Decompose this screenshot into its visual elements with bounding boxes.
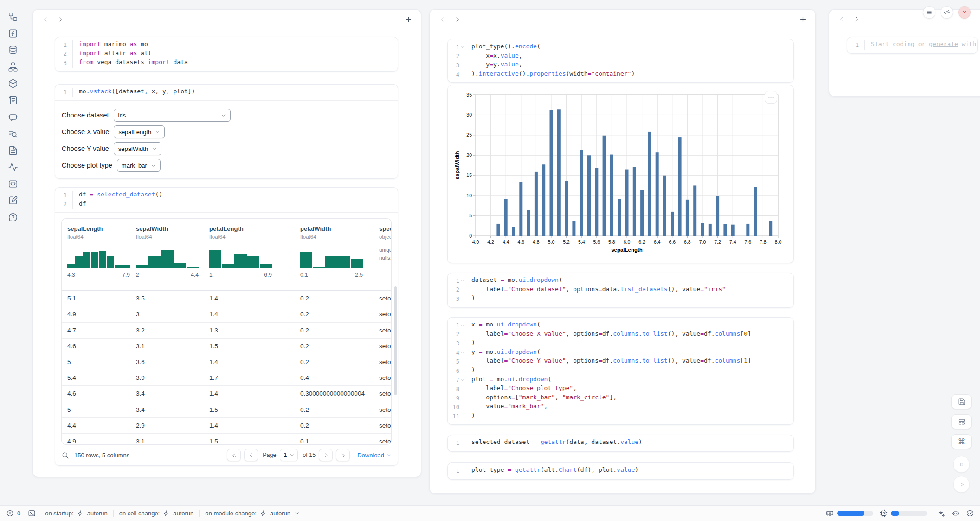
stop-kernel-button[interactable]: [953, 456, 970, 473]
code-line[interactable]: label="Choose dataset", options=data.lis…: [471, 286, 793, 295]
code-cell-vstack[interactable]: 1mo.vstack([dataset, x, y, plot]) Choose…: [55, 84, 398, 179]
add-cell-button[interactable]: [798, 14, 808, 24]
sidebar-snippets-button[interactable]: [6, 177, 20, 190]
settings-button[interactable]: [941, 6, 953, 19]
code-line[interactable]: ).interactive().properties(width="contai…: [471, 70, 793, 79]
code-cell-xy-plot-dropdowns[interactable]: 1234567891011x = mo.ui.dropdown( label="…: [447, 317, 794, 425]
table-row: 4.63.11.50.2setosa: [62, 339, 391, 354]
fold-chevron-icon[interactable]: [459, 351, 465, 355]
code-line[interactable]: label="Choose plot type",: [471, 384, 793, 394]
code-line[interactable]: x = mo.ui.dropdown(: [471, 321, 793, 330]
sidebar-functions-button[interactable]: [6, 27, 20, 40]
sidebar-outline-button[interactable]: [6, 10, 20, 23]
code-cell-plot[interactable]: 1234plot_type().encode( x=x.value, y=y.v…: [447, 39, 794, 83]
layout-button[interactable]: [951, 414, 972, 429]
copilot-button[interactable]: [952, 509, 960, 517]
runtime-config-on-module-change[interactable]: on module change:autorun: [205, 510, 300, 517]
sidebar-logs-button[interactable]: [6, 94, 20, 107]
page-select[interactable]: 1: [280, 449, 298, 461]
sidebar-help-button[interactable]: [6, 211, 20, 224]
code-cell-dataset-dropdown[interactable]: 123dataset = mo.ui.dropdown( label="Choo…: [447, 273, 794, 308]
column-header-sepalLength[interactable]: sepalLengthfloat644.37.9: [67, 225, 142, 278]
column-header-sepalWidth[interactable]: sepalWidthfloat6424.4: [136, 225, 210, 278]
dropdown-choose-plot-type[interactable]: mark_bar: [117, 159, 161, 172]
code-line[interactable]: y=y.value,: [471, 61, 793, 70]
code-line[interactable]: df: [79, 200, 398, 209]
last-page-button[interactable]: [336, 449, 350, 461]
code-line[interactable]: plot = mo.ui.dropdown(: [471, 376, 793, 385]
save-button[interactable]: [951, 394, 972, 409]
prev-page-button[interactable]: [244, 449, 258, 461]
runtime-config-on-startup[interactable]: on startup:autorun: [45, 510, 108, 517]
runtime-config-on-cell-change[interactable]: on cell change:autorun: [119, 510, 194, 517]
sidebar-tracing-button[interactable]: [6, 161, 20, 174]
code-line[interactable]: plot_type().encode(: [471, 43, 793, 52]
menu-button[interactable]: [923, 6, 935, 19]
table-scrollbar[interactable]: [394, 286, 397, 395]
sidebar-scratchpad-button[interactable]: [6, 194, 20, 207]
sidebar-packages-button[interactable]: [6, 77, 20, 90]
code-line[interactable]: selected_dataset = getattr(data, dataset…: [471, 438, 793, 448]
code-line[interactable]: ): [471, 339, 793, 348]
fold-chevron-icon[interactable]: [459, 378, 465, 382]
scroll-left-button[interactable]: [437, 14, 447, 24]
scroll-left-button[interactable]: [837, 14, 847, 24]
line-number: 7: [448, 376, 465, 385]
download-button[interactable]: Download: [357, 452, 392, 459]
code-line[interactable]: from vega_datasets import data: [79, 59, 398, 68]
code-line[interactable]: mo.vstack([dataset, x, y, plot]): [79, 88, 398, 97]
scroll-right-button[interactable]: [452, 14, 462, 24]
connection-status-button[interactable]: [966, 509, 974, 517]
scroll-left-button[interactable]: [40, 14, 51, 24]
chart-actions-button[interactable]: [765, 91, 777, 104]
code-line[interactable]: x=x.value,: [471, 52, 793, 61]
sidebar-documentation-button[interactable]: [6, 144, 20, 157]
fold-chevron-icon[interactable]: [459, 323, 465, 328]
scroll-right-button[interactable]: [55, 14, 65, 24]
code-cell-dataframe[interactable]: 12df = selected_dataset()df sepalLengthf…: [55, 187, 398, 466]
add-cell-button[interactable]: [403, 14, 413, 24]
search-icon[interactable]: [61, 451, 69, 459]
ai-assistant-button[interactable]: [937, 509, 945, 517]
code-line[interactable]: label="Choose Y value", options=df.colum…: [471, 357, 793, 366]
next-page-button[interactable]: [319, 449, 333, 461]
fold-chevron-icon[interactable]: [459, 279, 465, 283]
run-all-button[interactable]: [953, 476, 970, 493]
code-cell-plot-type[interactable]: 1plot_type = getattr(alt.Chart(df), plot…: [447, 462, 794, 480]
dropdown-choose-dataset[interactable]: iris: [114, 109, 231, 122]
fold-chevron-icon[interactable]: [459, 45, 465, 50]
code-cell-imports[interactable]: 123import marimo as moimport altair as a…: [55, 37, 398, 72]
code-line[interactable]: y = mo.ui.dropdown(: [471, 348, 793, 358]
column-header-petalWidth[interactable]: petalWidthfloat640.12.5: [300, 225, 374, 278]
shutdown-button[interactable]: [958, 6, 971, 19]
altair-chart[interactable]: 4.04.24.44.64.85.05.25.45.65.86.06.26.46…: [453, 89, 783, 259]
code-line[interactable]: df = selected_dataset(): [79, 191, 398, 200]
code-line[interactable]: import marimo as mo: [79, 40, 398, 50]
sidebar-dependencies-button[interactable]: [6, 60, 20, 73]
code-line[interactable]: ): [471, 366, 793, 376]
first-page-button[interactable]: [227, 449, 241, 461]
scroll-right-button[interactable]: [851, 14, 862, 24]
code-line[interactable]: options=["mark_bar", "mark_circle"],: [471, 394, 793, 403]
code-line[interactable]: dataset = mo.ui.dropdown(: [471, 276, 793, 286]
error-count-indicator[interactable]: 0: [6, 509, 20, 517]
dropdown-choose-x-value[interactable]: sepalLength: [114, 125, 165, 138]
code-line[interactable]: plot_type = getattr(alt.Chart(df), plot.…: [471, 466, 793, 475]
code-line[interactable]: value="mark_bar",: [471, 403, 793, 412]
sidebar-search-button[interactable]: [6, 127, 20, 140]
code-line[interactable]: ): [471, 294, 793, 304]
keyboard-shortcuts-button[interactable]: ⌘: [951, 434, 972, 449]
code-line[interactable]: Start coding or generate with AI: [871, 40, 977, 50]
code-cell-selected-dataset[interactable]: 1selected_dataset = getattr(data, datase…: [447, 435, 794, 452]
terminal-button[interactable]: [28, 509, 36, 517]
dropdown-label: Choose X value: [62, 128, 109, 136]
sidebar-database-button[interactable]: [6, 44, 20, 57]
sidebar-ai-chat-button[interactable]: [6, 111, 20, 124]
empty-code-cell[interactable]: 1Start coding or generate with AI: [847, 37, 978, 54]
code-line[interactable]: ): [471, 412, 793, 421]
column-header-petalLength[interactable]: petalLengthfloat6416.9: [209, 225, 284, 278]
column-header-species[interactable]: speciesobjectunique:nulls:: [379, 225, 392, 262]
dropdown-choose-y-value[interactable]: sepalWidth: [114, 142, 161, 155]
code-line[interactable]: label="Choose X value", options=df.colum…: [471, 330, 793, 339]
code-line[interactable]: import altair as alt: [79, 50, 398, 59]
